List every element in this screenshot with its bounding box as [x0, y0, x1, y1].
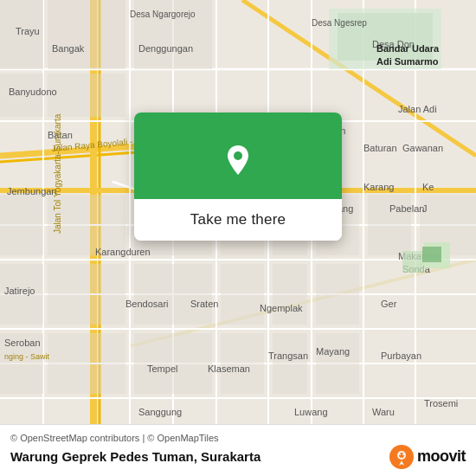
svg-rect-34	[0, 195, 43, 255]
svg-rect-43	[48, 264, 125, 325]
place-info: Warung Geprek Pedes Tuman, Surakarta moo…	[10, 445, 466, 469]
svg-text:Jembungan: Jembungan	[7, 186, 57, 196]
svg-text:Trangsan: Trangsan	[268, 351, 308, 361]
svg-text:Ger: Ger	[381, 299, 397, 309]
svg-text:Denggungan: Denggungan	[138, 43, 193, 54]
svg-text:Bandar Udara: Bandar Udara	[376, 43, 440, 54]
card-green-area	[134, 113, 342, 199]
svg-text:Sanggung: Sanggung	[138, 407, 182, 417]
svg-rect-30	[48, 0, 125, 69]
svg-text:Seroban: Seroban	[4, 338, 41, 348]
bottom-bar: © OpenStreetMap contributors | © OpenMap…	[0, 424, 476, 476]
svg-text:Klaseman: Klaseman	[208, 363, 250, 374]
take-me-button[interactable]: Take me there	[134, 199, 342, 241]
svg-rect-49	[48, 333, 125, 394]
svg-rect-100	[422, 247, 441, 262]
svg-text:nging - Sawit: nging - Sawit	[4, 352, 50, 361]
svg-text:Waru: Waru	[372, 407, 395, 417]
svg-point-105	[399, 453, 404, 458]
place-name: Warung Geprek Pedes Tuman, Surakarta	[10, 449, 261, 464]
svg-text:Jalan Tol Yogyakarta-Surakarta: Jalan Tol Yogyakarta-Surakarta	[53, 113, 62, 234]
svg-rect-33	[48, 74, 125, 117]
svg-rect-99	[402, 251, 424, 273]
svg-text:Trosemi: Trosemi	[424, 398, 458, 408]
svg-text:Luwang: Luwang	[294, 407, 328, 417]
svg-rect-47	[316, 264, 359, 325]
svg-text:Adi Sumarmo: Adi Sumarmo	[376, 56, 439, 67]
svg-text:Ngemplak: Ngemplak	[260, 303, 303, 313]
moovit-icon	[389, 445, 414, 469]
svg-text:Jalan Adi: Jalan Adi	[398, 104, 437, 114]
svg-point-102	[234, 151, 242, 160]
svg-text:Jatirejo: Jatirejo	[4, 286, 35, 296]
take-me-card: Take me there	[134, 113, 342, 241]
svg-point-106	[399, 453, 401, 455]
svg-text:Desa Ngargorejo: Desa Ngargorejo	[130, 10, 196, 19]
svg-text:Bangak: Bangak	[52, 43, 85, 54]
svg-text:Trayu: Trayu	[16, 26, 40, 36]
svg-text:Purbayan: Purbayan	[381, 351, 421, 361]
svg-rect-44	[134, 264, 212, 325]
moovit-logo: moovit	[389, 445, 466, 469]
moovit-text: moovit	[417, 447, 466, 466]
svg-text:Sraten: Sraten	[190, 299, 218, 309]
map-area: Trayu Bangak Banyudono Batan Jembungan D…	[0, 0, 476, 424]
svg-text:Ke: Ke	[422, 182, 434, 192]
svg-text:Banyudono: Banyudono	[9, 87, 57, 97]
location-pin-icon	[215, 137, 261, 182]
svg-text:Mayang: Mayang	[316, 346, 350, 357]
svg-point-107	[402, 453, 404, 455]
svg-rect-45	[221, 264, 264, 325]
svg-text:Desa Ngesrep: Desa Ngesrep	[312, 18, 367, 28]
svg-rect-46	[273, 264, 307, 325]
svg-text:Gawanan: Gawanan	[402, 143, 443, 153]
svg-text:J: J	[422, 203, 428, 214]
svg-rect-52	[273, 333, 307, 394]
svg-rect-53	[316, 333, 359, 394]
svg-text:Karangduren: Karangduren	[95, 247, 151, 257]
svg-text:Karang: Karang	[363, 182, 394, 192]
svg-text:Bendosari: Bendosari	[125, 299, 169, 309]
svg-text:Pabelan: Pabelan	[389, 203, 424, 214]
svg-text:Baturan: Baturan	[363, 143, 397, 153]
attribution-text: © OpenStreetMap contributors | © OpenMap…	[10, 433, 466, 443]
svg-text:Tempel: Tempel	[147, 363, 177, 374]
